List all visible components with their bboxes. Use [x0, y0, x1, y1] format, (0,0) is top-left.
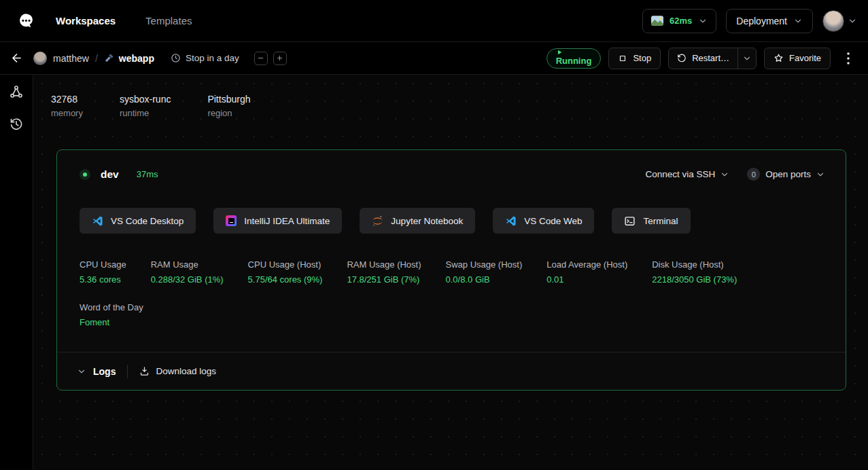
restart-button-group: Restart… — [668, 48, 757, 69]
footer-divider — [127, 365, 128, 378]
star-icon — [774, 53, 784, 63]
arrow-left-icon — [10, 52, 23, 65]
vscode-icon — [92, 215, 103, 227]
history-icon — [10, 118, 23, 131]
stop-icon — [618, 54, 627, 63]
schedule-label: Stop in a day — [186, 53, 239, 63]
metadata-value: 0.01 — [546, 274, 627, 285]
favorite-button[interactable]: Favorite — [764, 48, 831, 69]
chevron-down-icon — [793, 16, 803, 26]
workspace-emoji-icon — [104, 53, 114, 63]
resources-nav-button[interactable] — [10, 85, 23, 98]
download-logs-label: Download logs — [156, 366, 216, 376]
status-badge[interactable]: Running — [546, 48, 602, 69]
restart-button[interactable]: Restart… — [669, 48, 737, 69]
vscode-icon — [505, 215, 517, 227]
stat-label: region — [207, 108, 250, 118]
latency-value: 62ms — [670, 16, 692, 26]
stat-value: sysbox-runc — [120, 94, 171, 105]
increase-schedule-button[interactable] — [273, 52, 287, 65]
nav-templates[interactable]: Templates — [145, 15, 192, 26]
latency-dropdown[interactable]: 62ms — [642, 9, 716, 33]
ssh-label: Connect via SSH — [645, 169, 715, 179]
agent-status-icon — [80, 169, 90, 180]
top-nav-right: 62ms Deployment — [642, 9, 857, 33]
play-icon — [556, 49, 563, 56]
topology-icon — [10, 85, 23, 98]
app-label: Jupyter Notebook — [391, 216, 463, 226]
stat-value: 32768 — [51, 94, 83, 105]
app-terminal[interactable]: Terminal — [612, 208, 690, 234]
main-content: 32768 memory sysbox-runc runtime Pittsbu… — [33, 75, 868, 469]
stat-runtime: sysbox-runc runtime — [120, 94, 171, 118]
left-sidebar — [0, 75, 33, 469]
app-vscode-web[interactable]: VS Code Web — [493, 208, 594, 234]
app-vscode-desktop[interactable]: VS Code Desktop — [80, 208, 196, 234]
intellij-icon — [226, 215, 237, 226]
restart-icon — [677, 54, 687, 63]
metadata-item: Word of the Day Foment — [80, 302, 143, 327]
workspace-name: webapp — [119, 53, 154, 64]
status-label: Running — [556, 56, 592, 66]
workspace-toolbar: matthew / webapp Stop in a day Running S… — [0, 42, 868, 75]
stat-region: Pittsburgh region — [207, 94, 250, 118]
download-logs-button[interactable]: Download logs — [139, 366, 216, 376]
agent-metadata-row: CPU Usage 5.36 cores RAM Usage 0.288/32 … — [57, 259, 846, 285]
coder-logo[interactable] — [11, 6, 41, 36]
restart-label: Restart… — [692, 53, 729, 63]
download-icon — [139, 366, 150, 376]
ports-label: Open ports — [765, 169, 811, 179]
more-options-button[interactable] — [838, 48, 858, 69]
metadata-value: 0.0/8.0 GiB — [446, 274, 523, 285]
stat-value: Pittsburgh — [207, 94, 250, 105]
jupyter-icon — [372, 215, 383, 227]
deployment-dropdown[interactable]: Deployment — [726, 9, 813, 33]
decrease-schedule-button[interactable] — [254, 52, 268, 65]
workspace-stats: 32768 memory sysbox-runc runtime Pittsbu… — [51, 94, 846, 118]
metadata-label: Disk Usage (Host) — [652, 259, 737, 270]
metadata-label: RAM Usage (Host) — [347, 259, 421, 270]
metadata-value: 5.36 cores — [80, 274, 126, 285]
app-label: Terminal — [643, 216, 678, 226]
nav-workspaces[interactable]: Workspaces — [56, 15, 116, 26]
connect-ssh-dropdown[interactable]: Connect via SSH — [645, 169, 729, 179]
metadata-value: 2218/3050 GiB (73%) — [652, 274, 737, 285]
favorite-label: Favorite — [789, 53, 821, 63]
app-intellij[interactable]: IntelliJ IDEA Ultimate — [213, 208, 342, 234]
terminal-icon — [624, 215, 636, 227]
chevron-down-icon — [742, 54, 752, 63]
metadata-label: Swap Usage (Host) — [446, 259, 523, 270]
open-ports-dropdown[interactable]: 0 Open ports — [747, 168, 825, 181]
back-button[interactable] — [0, 42, 33, 75]
metadata-item: Swap Usage (Host) 0.0/8.0 GiB — [446, 259, 523, 285]
metadata-label: RAM Usage — [151, 259, 224, 270]
agent-card: dev 37ms Connect via SSH 0 Open ports — [56, 149, 846, 391]
stat-label: runtime — [120, 108, 171, 118]
logo-icon — [17, 12, 35, 30]
stat-memory: 32768 memory — [51, 94, 83, 118]
restart-options-button[interactable] — [737, 48, 756, 69]
agent-latency: 37ms — [137, 169, 158, 179]
agent-apps: VS Code Desktop IntelliJ IDEA Ultimate J… — [57, 208, 846, 234]
chevron-down-icon — [720, 170, 729, 179]
landscape-icon — [651, 16, 663, 26]
agent-card-footer: Logs Download logs — [57, 352, 846, 390]
metadata-value: 0.288/32 GiB (1%) — [151, 274, 224, 285]
app-label: IntelliJ IDEA Ultimate — [244, 216, 330, 226]
logs-toggle-button[interactable]: Logs — [77, 366, 116, 377]
chevron-down-icon — [77, 367, 86, 376]
user-menu[interactable] — [822, 10, 857, 32]
deployment-label: Deployment — [736, 16, 787, 26]
minus-icon — [257, 54, 264, 62]
metadata-value: 5.75/64 cores (9%) — [248, 274, 323, 285]
stop-button[interactable]: Stop — [608, 48, 661, 69]
agent-card-header: dev 37ms Connect via SSH 0 Open ports — [57, 150, 846, 181]
stop-label: Stop — [633, 53, 651, 63]
chevron-down-icon — [698, 16, 708, 26]
workspace-owner[interactable]: matthew — [53, 53, 89, 64]
app-jupyter[interactable]: Jupyter Notebook — [360, 208, 475, 234]
ports-count-badge: 0 — [747, 168, 760, 181]
history-nav-button[interactable] — [10, 118, 23, 131]
clock-icon — [171, 53, 181, 63]
top-nav-left: Workspaces Templates — [11, 6, 192, 36]
